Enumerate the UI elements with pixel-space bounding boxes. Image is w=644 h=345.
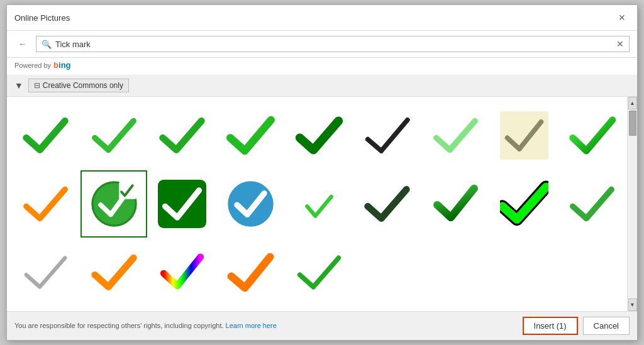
image-cell-23[interactable]: [286, 239, 353, 306]
filter-icon: ▼: [14, 80, 23, 90]
search-clear-button[interactable]: ✕: [616, 39, 624, 49]
scroll-up-button[interactable]: ▲: [628, 97, 637, 109]
image-cell-10[interactable]: [12, 170, 79, 238]
filter-bar: ▼ ⊟ Creative Commons only: [7, 75, 637, 97]
cancel-button[interactable]: Cancel: [583, 317, 630, 335]
image-cell-6[interactable]: [353, 102, 421, 169]
footer-buttons: Insert (1) Cancel: [523, 317, 630, 335]
cc-label: Creative Commons only: [43, 81, 123, 90]
image-cell-14[interactable]: [286, 170, 353, 238]
footer-text: You are responsible for respecting other…: [14, 322, 277, 329]
title-bar: Online Pictures ✕: [7, 5, 637, 31]
image-cell-1[interactable]: [12, 102, 79, 169]
image-cell-4[interactable]: [217, 102, 284, 169]
scrollbar[interactable]: ▲ ▼: [627, 97, 637, 310]
powered-by-bar: Powered by bing: [7, 58, 637, 75]
image-cell-22[interactable]: [217, 239, 284, 306]
image-cell-18[interactable]: [558, 170, 626, 238]
search-toolbar: ← 🔍 ✕: [7, 31, 637, 58]
image-cell-11[interactable]: [80, 170, 148, 238]
back-button[interactable]: ←: [14, 38, 31, 50]
learn-more-link[interactable]: Learn more here: [226, 322, 277, 329]
image-cell-13[interactable]: [217, 170, 284, 238]
image-cell-16[interactable]: [422, 170, 489, 238]
search-icon: 🔍: [42, 40, 52, 49]
image-cell-21[interactable]: [148, 239, 216, 306]
dialog-title: Online Pictures: [14, 13, 70, 23]
image-cell-3[interactable]: [148, 102, 216, 169]
image-cell-8[interactable]: [491, 102, 558, 169]
image-cell-20[interactable]: [80, 239, 148, 306]
creative-commons-filter[interactable]: ⊟ Creative Commons only: [28, 79, 129, 92]
online-pictures-dialog: Online Pictures ✕ ← 🔍 ✕ Powered by bing …: [6, 4, 638, 340]
cc-icon: ⊟: [34, 81, 40, 90]
footer: You are responsible for respecting other…: [7, 311, 637, 340]
image-cell-5[interactable]: [286, 102, 353, 169]
scroll-down-button[interactable]: ▼: [628, 298, 637, 311]
search-input[interactable]: [55, 40, 613, 49]
insert-button[interactable]: Insert (1): [523, 317, 578, 335]
image-cell-19[interactable]: [12, 239, 79, 306]
bing-logo: bing: [53, 60, 70, 70]
images-grid: [7, 97, 637, 310]
scroll-thumb[interactable]: [629, 111, 636, 136]
image-cell-2[interactable]: [80, 102, 148, 169]
image-cell-17[interactable]: [491, 170, 558, 238]
image-cell-12[interactable]: [148, 170, 216, 238]
image-cell-7[interactable]: [422, 102, 489, 169]
image-cell-9[interactable]: [558, 102, 626, 169]
image-cell-15[interactable]: [353, 170, 421, 238]
search-box: 🔍 ✕: [36, 36, 630, 52]
powered-by-label: Powered by: [14, 62, 51, 69]
close-button[interactable]: ✕: [614, 10, 630, 25]
